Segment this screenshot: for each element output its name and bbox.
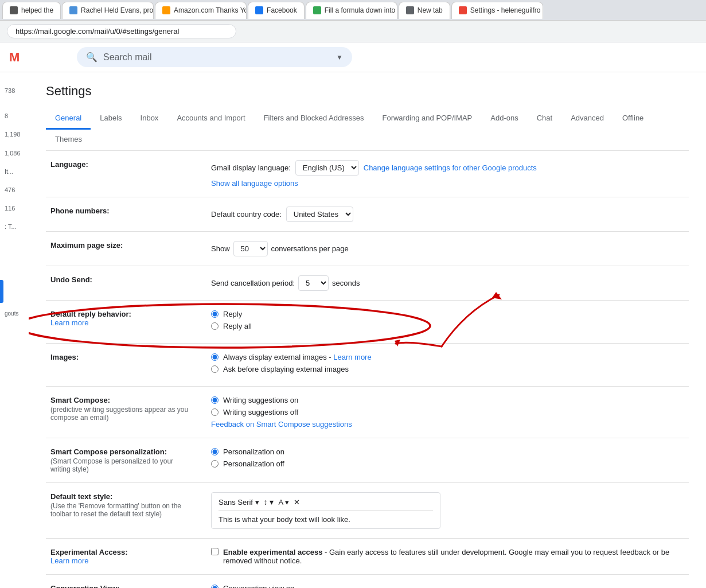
search-icon: 🔍 (86, 52, 97, 63)
seconds-label: seconds (332, 279, 360, 287)
row-phone: Phone numbers: Default country code: Uni… (46, 197, 689, 232)
settings-tabs: General Labels Inbox Accounts and Import… (46, 108, 689, 151)
sidebar-count-4: 1,086 (5, 146, 24, 160)
reply-behavior-label: Default reply behavior: (50, 310, 195, 318)
address-bar[interactable]: https://mail.google.com/mail/u/0/#settin… (7, 24, 236, 38)
tab-label-1: helped the (21, 6, 53, 14)
smart-compose-personalization-title: Smart Compose personalization: (50, 447, 195, 456)
browser-tab-2[interactable]: Rachel Held Evans, progress (62, 2, 154, 19)
conversation-view-title: Conversation View: (50, 584, 195, 588)
tab-chat[interactable]: Chat (528, 108, 561, 130)
radio-personalization-off-input[interactable] (211, 460, 219, 468)
browser-tab-6[interactable]: New tab (399, 2, 450, 19)
browser-tabs: helped the Rachel Held Evans, progress A… (0, 0, 706, 21)
radio-reply-all-input[interactable] (211, 322, 219, 330)
smart-compose-subtext: (predictive writing suggestions appear a… (50, 406, 195, 422)
tab-labels[interactable]: Labels (91, 108, 131, 130)
browser-tab-3[interactable]: Amazon.com Thanks You (155, 2, 247, 19)
radio-conversation-on-input[interactable] (211, 585, 219, 588)
row-smart-compose-personalization: Smart Compose personalization: (Smart Co… (46, 438, 689, 483)
radio-always-display-option: Always display external images - Learn m… (211, 353, 684, 361)
tab-favicon-7 (459, 6, 467, 14)
language-select[interactable]: English (US) (295, 160, 359, 176)
tab-accounts[interactable]: Accounts and Import (167, 108, 254, 130)
reply-label: Reply (223, 310, 242, 318)
tab-offline[interactable]: Offline (613, 108, 653, 130)
tab-label-2: Rachel Held Evans, progress (81, 6, 154, 14)
row-experimental-access: Experimental Access: Learn more Enable e… (46, 539, 689, 575)
tab-label-5: Fill a formula down into adj (325, 6, 397, 14)
sidebar-count-5: It... (5, 165, 24, 178)
images-learn-more[interactable]: Learn more (333, 353, 371, 361)
sidebar-count-6: 476 (5, 183, 24, 197)
show-all-languages-link[interactable]: Show all language options (211, 179, 298, 188)
tab-addons[interactable]: Add-ons (481, 108, 527, 130)
radio-ask-before-input[interactable] (211, 365, 219, 373)
tab-favicon-5 (313, 6, 321, 14)
default-country-label: Default country code: (211, 210, 282, 219)
label-conversation-view: Conversation View: (sets whether emails … (46, 575, 206, 589)
row-default-text-style: Default text style: (Use the 'Remove for… (46, 483, 689, 539)
content-page-size: Show 25 50 100 conversations per page (206, 232, 689, 266)
label-smart-compose-personalization: Smart Compose personalization: (Smart Co… (46, 438, 206, 483)
content-experimental-access: Enable experimental access - Gain early … (206, 539, 689, 575)
browser-tab-5[interactable]: Fill a formula down into adj (306, 2, 397, 19)
gmail-display-language-label: Gmail display language: (211, 163, 291, 172)
writing-on-label: Writing suggestions on (223, 396, 298, 404)
radio-personalization-off-option: Personalization off (211, 460, 684, 468)
tab-forwarding[interactable]: Forwarding and POP/IMAP (373, 108, 481, 130)
label-undo-send: Undo Send: (46, 266, 206, 301)
browser-tab-7[interactable]: Settings - heleneguilfro (451, 2, 543, 19)
show-label: Show (211, 244, 230, 253)
row-language: Language: Gmail display language: Englis… (46, 151, 689, 197)
tab-label-7: Settings - heleneguilfro (470, 6, 541, 14)
sidebar-count-2: 8 (5, 109, 24, 123)
tab-filters[interactable]: Filters and Blocked Addresses (255, 108, 373, 130)
remove-formatting-icon[interactable]: ✕ (294, 498, 300, 507)
reply-all-label: Reply all (223, 322, 252, 330)
content-images: Always display external images - Learn m… (206, 344, 689, 387)
font-family-label: Sans Serif (219, 498, 253, 507)
experimental-access-learn-more[interactable]: Learn more (50, 556, 195, 565)
smart-compose-feedback-link[interactable]: Feedback on Smart Compose suggestions (211, 420, 352, 429)
reply-behavior-learn-more[interactable]: Learn more (50, 318, 195, 327)
tab-themes[interactable]: Themes (46, 129, 91, 151)
radio-always-display-input[interactable] (211, 353, 219, 361)
radio-writing-on-option: Writing suggestions on (211, 396, 684, 404)
label-page-size: Maximum page size: (46, 232, 206, 266)
radio-personalization-on-input[interactable] (211, 448, 219, 455)
font-size-icon[interactable]: ↕ ▾ (264, 497, 274, 507)
search-dropdown-icon[interactable]: ▼ (336, 53, 343, 61)
label-reply-behavior: Default reply behavior: Learn more (46, 301, 206, 344)
default-text-style-title: Default text style: (50, 492, 195, 501)
gmail-header: M 🔍 Search mail ▼ (0, 42, 706, 72)
smart-compose-personalization-subtext: (Smart Compose is personalized to your w… (50, 457, 195, 473)
content-language: Gmail display language: English (US) Cha… (206, 151, 689, 197)
tab-inbox[interactable]: Inbox (131, 108, 168, 130)
radio-writing-off-option: Writing suggestions off (211, 408, 684, 416)
browser-tab-4[interactable]: Facebook (248, 2, 305, 19)
browser-tab-1[interactable]: helped the (2, 2, 61, 19)
change-language-link[interactable]: Change language settings for other Googl… (364, 163, 537, 172)
label-language: Language: (46, 151, 206, 197)
always-display-label: Always display external images - Learn m… (223, 353, 372, 361)
tab-favicon-2 (69, 6, 77, 14)
radio-writing-off-input[interactable] (211, 408, 219, 416)
cancellation-period-select[interactable]: 5 10 20 30 (298, 275, 329, 291)
country-select[interactable]: United States (286, 207, 353, 222)
tab-general[interactable]: General (46, 108, 91, 130)
tab-advanced[interactable]: Advanced (561, 108, 613, 130)
sidebar-count-8: : T... (5, 220, 24, 233)
label-default-text-style: Default text style: (Use the 'Remove for… (46, 483, 206, 539)
font-color-icon[interactable]: A ▾ (279, 498, 290, 507)
page-size-select[interactable]: 25 50 100 (233, 241, 268, 256)
radio-reply-input[interactable] (211, 310, 219, 318)
sidebar-count-7: 116 (5, 201, 24, 215)
experimental-access-checkbox[interactable] (211, 548, 219, 555)
radio-ask-before-option: Ask before displaying external images (211, 365, 684, 373)
radio-writing-on-input[interactable] (211, 396, 219, 404)
radio-conversation-on-option: Conversation view on (211, 584, 684, 588)
search-bar[interactable]: 🔍 Search mail ▼ (77, 47, 352, 67)
font-family-selector[interactable]: Sans Serif ▾ (219, 498, 259, 507)
tab-favicon-4 (255, 6, 263, 14)
